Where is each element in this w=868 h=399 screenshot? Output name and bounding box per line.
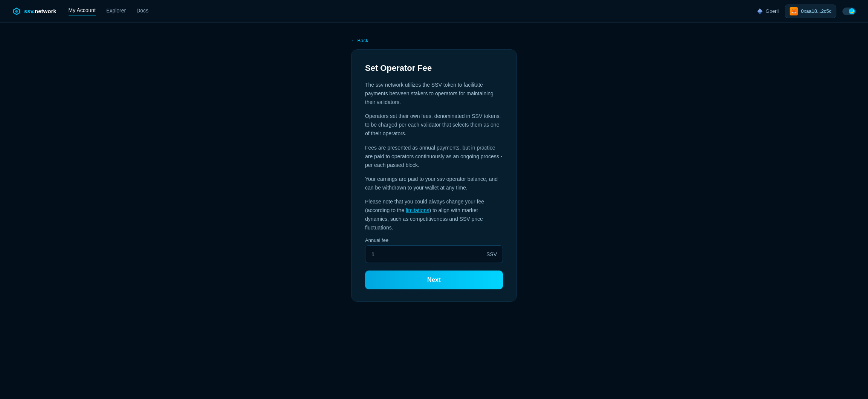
card-paragraph-1: The ssv network utilizes the SSV token t… bbox=[365, 81, 503, 107]
wallet-badge[interactable]: 🦊 0xaa18...2c5c bbox=[785, 5, 836, 18]
annual-fee-label: Annual fee bbox=[365, 237, 503, 243]
nav-link-docs[interactable]: Docs bbox=[136, 8, 148, 15]
card-paragraph-5: Please note that you could always change… bbox=[365, 197, 503, 232]
nav-link-my-account[interactable]: My Account bbox=[69, 7, 96, 15]
logo-icon bbox=[12, 7, 21, 16]
limitations-link[interactable]: limitations bbox=[406, 207, 429, 213]
eth-icon bbox=[756, 8, 763, 15]
wallet-avatar: 🦊 bbox=[790, 7, 798, 15]
card-paragraph-4: Your earnings are paid to your ssv opera… bbox=[365, 175, 503, 192]
back-link[interactable]: ← Back bbox=[351, 38, 517, 43]
nav-links: My Account Explorer Docs bbox=[69, 7, 148, 15]
back-link-container: ← Back bbox=[351, 38, 517, 43]
card-paragraph-3: Fees are presented as annual payments, b… bbox=[365, 144, 503, 170]
navbar-right: Goerli 🦊 0xaa18...2c5c 🌙 bbox=[756, 5, 856, 18]
network-badge: Goerli bbox=[756, 8, 779, 15]
wallet-address: 0xaa18...2c5c bbox=[801, 8, 831, 14]
logo-text: ssv.network bbox=[24, 8, 57, 14]
annual-fee-input[interactable] bbox=[365, 245, 503, 263]
theme-toggle[interactable]: 🌙 bbox=[842, 8, 856, 15]
card-paragraph-2: Operators set their own fees, denominate… bbox=[365, 112, 503, 138]
theme-toggle-circle: 🌙 bbox=[849, 8, 855, 14]
logo-area[interactable]: ssv.network bbox=[12, 7, 57, 16]
nav-link-explorer[interactable]: Explorer bbox=[106, 8, 126, 15]
annual-fee-input-wrapper: SSV bbox=[365, 245, 503, 263]
network-name: Goerli bbox=[766, 8, 779, 14]
annual-fee-form: Annual fee SSV Next bbox=[365, 237, 503, 289]
next-button[interactable]: Next bbox=[365, 271, 503, 289]
navbar: ssv.network My Account Explorer Docs Goe… bbox=[0, 0, 868, 23]
set-operator-fee-card: Set Operator Fee The ssv network utilize… bbox=[351, 49, 517, 302]
navbar-left: ssv.network My Account Explorer Docs bbox=[12, 7, 148, 16]
card-title: Set Operator Fee bbox=[365, 63, 503, 73]
page-content: ← Back Set Operator Fee The ssv network … bbox=[0, 23, 868, 399]
